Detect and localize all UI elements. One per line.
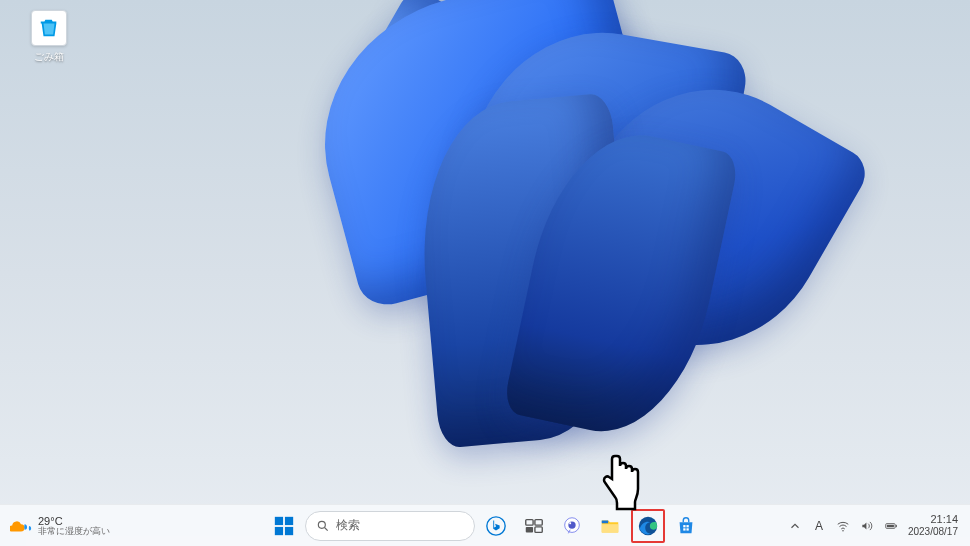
weather-widget[interactable]: 29°C 非常に湿度が高い	[10, 515, 110, 537]
svg-rect-10	[535, 526, 542, 532]
store-icon	[675, 515, 697, 537]
bing-chat-button[interactable]	[479, 509, 513, 543]
svg-point-21	[842, 529, 844, 531]
start-button[interactable]	[267, 509, 301, 543]
clock[interactable]: 21:14 2023/08/17	[908, 513, 958, 538]
search-placeholder: 検索	[336, 517, 360, 534]
svg-rect-18	[686, 525, 688, 527]
store-button[interactable]	[669, 509, 703, 543]
desktop[interactable]: ごみ箱 29°C 非常に湿度が高い 検索	[0, 0, 970, 546]
svg-rect-17	[683, 525, 685, 527]
svg-rect-13	[569, 522, 571, 524]
bing-chat-icon	[485, 515, 507, 537]
svg-rect-2	[275, 526, 283, 534]
file-explorer-button[interactable]	[593, 509, 627, 543]
svg-rect-9	[526, 526, 533, 532]
svg-rect-14	[602, 524, 619, 532]
wallpaper-bloom	[180, 0, 880, 510]
chat-button[interactable]	[555, 509, 589, 543]
svg-rect-8	[535, 519, 542, 525]
chevron-up-icon[interactable]	[788, 519, 802, 533]
recycle-bin[interactable]: ごみ箱	[20, 10, 78, 64]
file-explorer-icon	[599, 515, 621, 537]
svg-rect-24	[887, 524, 894, 526]
recycle-bin-label: ごみ箱	[20, 50, 78, 64]
battery-icon[interactable]	[884, 519, 898, 533]
weather-temperature: 29°C	[38, 515, 110, 527]
svg-rect-15	[602, 520, 608, 523]
svg-rect-23	[896, 524, 897, 526]
svg-rect-20	[686, 528, 688, 530]
recycle-bin-icon	[31, 10, 67, 46]
volume-icon[interactable]	[860, 519, 874, 533]
pointing-hand-cursor-icon	[595, 452, 645, 512]
svg-rect-1	[285, 516, 293, 524]
clock-date: 2023/08/17	[908, 526, 958, 538]
system-tray: A 21:14 2023/08/17	[788, 505, 970, 546]
weather-icon	[10, 515, 32, 537]
svg-rect-0	[275, 516, 283, 524]
weather-description: 非常に湿度が高い	[38, 527, 110, 537]
svg-rect-3	[285, 526, 293, 534]
chat-icon	[561, 515, 583, 537]
task-view-icon	[523, 515, 545, 537]
ime-indicator[interactable]: A	[812, 519, 826, 533]
windows-icon	[273, 515, 295, 537]
clock-time: 21:14	[908, 513, 958, 526]
wifi-icon[interactable]	[836, 519, 850, 533]
edge-icon	[637, 515, 659, 537]
svg-rect-7	[526, 519, 533, 525]
search-icon	[316, 519, 330, 533]
edge-button[interactable]	[631, 509, 665, 543]
svg-point-4	[318, 521, 325, 528]
task-view-button[interactable]	[517, 509, 551, 543]
taskbar: 29°C 非常に湿度が高い 検索	[0, 504, 970, 546]
search-box[interactable]: 検索	[305, 511, 475, 541]
svg-rect-19	[683, 528, 685, 530]
svg-line-5	[325, 527, 328, 530]
